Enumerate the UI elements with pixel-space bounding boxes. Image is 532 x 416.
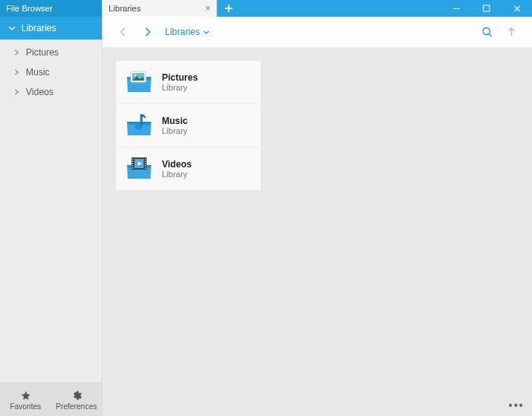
videos-library-icon <box>124 154 154 184</box>
tile-text: Pictures Library <box>162 72 198 92</box>
back-button[interactable] <box>116 25 130 39</box>
sidebar-item-music[interactable]: Music <box>0 62 102 82</box>
library-tile-pictures[interactable]: Pictures Library <box>116 61 261 104</box>
plus-icon <box>224 4 233 13</box>
tile-sub: Library <box>162 170 192 179</box>
close-icon[interactable]: × <box>205 4 211 13</box>
main-area: Libraries × <box>103 0 532 416</box>
ellipsis-icon: ••• <box>508 399 524 411</box>
svg-rect-16 <box>145 163 147 164</box>
toolbar-right <box>480 25 518 39</box>
tile-list: Pictures Library <box>116 61 261 190</box>
tile-text: Music Library <box>162 116 188 135</box>
preferences-label: Preferences <box>56 402 97 411</box>
tile-name: Music <box>162 116 188 126</box>
tile-name: Pictures <box>162 72 198 83</box>
library-tile-music[interactable]: Music Library <box>116 104 261 148</box>
chevron-right-icon <box>12 69 21 75</box>
chevron-right-icon <box>12 49 21 56</box>
svg-rect-12 <box>132 165 134 167</box>
sidebar-item-label: Pictures <box>26 47 59 58</box>
svg-rect-0 <box>483 5 489 11</box>
maximize-button[interactable] <box>471 0 502 17</box>
svg-point-1 <box>483 28 490 35</box>
sidebar-item-label: Music <box>26 67 49 78</box>
minimize-button[interactable] <box>441 0 471 17</box>
svg-rect-13 <box>132 167 134 169</box>
titlebar-spacer[interactable] <box>239 0 441 17</box>
sidebar-item-label: Videos <box>26 87 53 97</box>
chevron-down-icon <box>8 24 17 32</box>
toolbar: Libraries <box>103 17 532 47</box>
favorites-label: Favorites <box>10 402 41 411</box>
preferences-button[interactable]: Preferences <box>51 383 102 416</box>
app-title-label: File Browser <box>6 4 52 13</box>
star-icon <box>21 389 31 402</box>
sidebar-bottom-bar: Favorites Preferences <box>0 383 102 416</box>
new-tab-button[interactable] <box>217 0 239 17</box>
sidebar-item-videos[interactable]: Videos <box>0 82 102 102</box>
window-controls <box>441 0 532 17</box>
sidebar-item-pictures[interactable]: Pictures <box>0 43 102 62</box>
tab-strip: Libraries × <box>103 0 239 17</box>
breadcrumb-label: Libraries <box>165 27 200 37</box>
forward-button[interactable] <box>141 25 154 39</box>
sidebar-title: File Browser <box>0 0 102 17</box>
breadcrumb[interactable]: Libraries <box>165 27 210 37</box>
svg-rect-10 <box>132 160 134 162</box>
favorites-button[interactable]: Favorites <box>0 383 51 416</box>
pictures-library-icon <box>124 67 154 97</box>
svg-rect-18 <box>145 167 147 169</box>
content-area: Pictures Library <box>103 47 532 416</box>
more-menu-button[interactable]: ••• <box>508 399 524 411</box>
sidebar-items: Pictures Music Videos <box>0 40 102 383</box>
close-window-button[interactable] <box>502 0 532 17</box>
svg-rect-9 <box>132 158 134 160</box>
svg-point-5 <box>135 125 142 130</box>
titlebar: Libraries × <box>103 0 532 17</box>
svg-rect-14 <box>145 158 147 160</box>
tab-active[interactable]: Libraries × <box>103 0 217 17</box>
svg-rect-17 <box>145 165 147 167</box>
svg-point-4 <box>135 75 137 77</box>
music-library-icon <box>124 110 154 141</box>
svg-rect-15 <box>145 160 147 162</box>
sidebar: File Browser Libraries Pictures Music <box>0 0 103 416</box>
sidebar-active-label: Libraries <box>21 23 56 33</box>
gear-icon <box>71 389 82 402</box>
tab-label: Libraries <box>109 4 141 13</box>
search-button[interactable] <box>480 25 494 39</box>
app-window: File Browser Libraries Pictures Music <box>0 0 532 416</box>
chevron-down-icon <box>203 29 210 36</box>
tile-sub: Library <box>162 83 198 92</box>
up-button[interactable] <box>505 25 518 39</box>
chevron-right-icon <box>12 89 21 95</box>
sidebar-active-item[interactable]: Libraries <box>0 17 102 40</box>
svg-rect-11 <box>132 163 134 164</box>
library-tile-videos[interactable]: Videos Library <box>116 148 261 190</box>
tile-sub: Library <box>162 126 188 135</box>
tile-text: Videos Library <box>162 159 192 179</box>
tile-name: Videos <box>162 159 192 170</box>
